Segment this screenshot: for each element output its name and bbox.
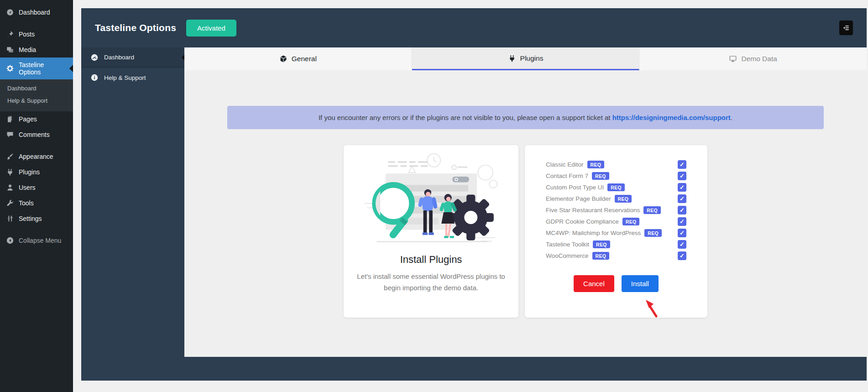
tasteline-submenu: Dashboard Help & Support (0, 79, 73, 111)
panel-sidebar-item-label: Dashboard (104, 54, 134, 61)
panel-collapse-button[interactable] (839, 21, 853, 35)
panel-sidebar-item-dashboard[interactable]: Dashboard (81, 47, 184, 68)
plugin-row: Elementor Page BuilderREQ ✓ (546, 193, 686, 204)
panel-sidebar-item-help-support[interactable]: Help & Support (81, 68, 184, 88)
support-link[interactable]: https://designingmedia.com/support (612, 114, 731, 121)
notice-text-end: . (731, 114, 732, 121)
sidebar-item-users[interactable]: Users (0, 180, 73, 195)
check-icon: ✓ (680, 162, 685, 167)
plugin-name: Contact Form 7 (546, 172, 588, 179)
sidebar-item-label: Collapse Menu (19, 237, 61, 244)
install-info-card: Install Plugins Let's install some essen… (344, 145, 518, 318)
media-icon (6, 46, 14, 54)
plugin-name: Tasteline Toolkit (546, 241, 589, 248)
sidebar-item-tools[interactable]: Tools (0, 195, 73, 211)
tab-label: Plugins (520, 54, 544, 63)
plugin-checkbox[interactable]: ✓ (678, 172, 686, 180)
sidebar-item-label: Plugins (19, 168, 40, 176)
required-badge: REQ (592, 252, 610, 260)
plugin-list-card: Classic EditorREQ ✓ Contact Form 7REQ ✓ … (525, 145, 707, 318)
plugin-checkbox[interactable]: ✓ (678, 229, 686, 237)
gauge-icon (90, 53, 99, 62)
user-icon (6, 183, 14, 192)
cube-icon (279, 55, 288, 63)
plugin-row: Tasteline ToolkitREQ ✓ (546, 239, 686, 250)
plugin-row: Classic EditorREQ ✓ (546, 159, 686, 170)
sidebar-item-label: Media (19, 46, 36, 53)
tasteline-options-panel: Tasteline Options Activated Dashboard He… (81, 8, 867, 381)
tab-label: General (292, 55, 317, 63)
page-title: Tasteline Options (95, 22, 176, 33)
plugin-name: Custom Post Type UI (546, 184, 604, 191)
sidebar-item-label: Tasteline Options (19, 61, 67, 76)
check-icon: ✓ (680, 207, 685, 213)
submenu-item-help-support[interactable]: Help & Support (0, 94, 73, 107)
sidebar-item-dashboard[interactable]: Dashboard (0, 5, 73, 20)
plugin-checkbox[interactable]: ✓ (678, 183, 686, 192)
plugin-checkbox[interactable]: ✓ (678, 160, 686, 169)
panel-sidebar: Dashboard Help & Support (81, 47, 184, 381)
required-badge: REQ (644, 229, 662, 237)
plugin-row: Custom Post Type UIREQ ✓ (546, 182, 686, 193)
sidebar-item-label: Comments (19, 131, 50, 138)
sidebar-item-settings[interactable]: Settings (0, 211, 73, 226)
required-badge: REQ (587, 161, 605, 168)
sidebar-item-plugins[interactable]: Plugins (0, 164, 73, 180)
tab-demo-data[interactable]: Demo Data (639, 47, 867, 70)
cancel-button[interactable]: Cancel (574, 275, 614, 292)
plugin-checkbox[interactable]: ✓ (678, 194, 686, 203)
plugin-name: Classic Editor (546, 161, 584, 168)
tab-plugins[interactable]: Plugins (412, 47, 640, 70)
plugin-name: Five Star Restaurant Reservations (546, 207, 640, 214)
plugin-name: MC4WP: Mailchimp for WordPress (546, 230, 641, 236)
sidebar-item-appearance[interactable]: Appearance (0, 149, 73, 164)
plugins-illustration (360, 152, 502, 248)
sidebar-item-label: Settings (19, 215, 42, 222)
plugin-name: GDPR Cookie Compliance (546, 218, 619, 225)
sidebar-item-posts[interactable]: Posts (0, 26, 73, 42)
plugin-row: MC4WP: Mailchimp for WordPressREQ ✓ (546, 227, 686, 239)
outdent-lines-icon (842, 24, 850, 32)
wp-admin-sidebar: Dashboard Posts Media Tasteline Options … (0, 0, 73, 392)
sidebar-item-media[interactable]: Media (0, 42, 73, 57)
sliders-icon (6, 214, 14, 223)
check-icon: ✓ (680, 253, 685, 259)
tab-general[interactable]: General (184, 47, 412, 70)
plugin-row: Five Star Restaurant ReservationsREQ ✓ (546, 204, 686, 216)
required-badge: REQ (643, 206, 661, 214)
plug-icon (508, 54, 516, 63)
install-card-description: Let's install some essential WordPress p… (356, 271, 506, 294)
check-icon: ✓ (680, 230, 685, 236)
sidebar-item-label: Pages (19, 115, 37, 123)
sidebar-item-label: Dashboard (19, 9, 50, 16)
monitor-icon (729, 55, 737, 63)
tab-bar: General Plugins Demo Data (184, 47, 867, 70)
check-icon: ✓ (680, 219, 685, 225)
plugin-row: Contact Form 7REQ ✓ (546, 170, 686, 182)
check-icon: ✓ (680, 184, 685, 190)
plugin-checkbox[interactable]: ✓ (678, 217, 686, 226)
install-button[interactable]: Install (622, 275, 659, 292)
tab-label: Demo Data (741, 55, 777, 63)
sidebar-item-collapse-menu[interactable]: Collapse Menu (0, 233, 73, 248)
collapse-arrow-icon (6, 236, 14, 245)
info-icon (90, 73, 99, 82)
annotation-arrow-icon (644, 299, 660, 318)
sidebar-item-pages[interactable]: Pages (0, 111, 73, 127)
plugin-checkbox[interactable]: ✓ (678, 206, 686, 214)
activated-button[interactable]: Activated (186, 20, 236, 37)
plugin-row: WooCommerceREQ ✓ (546, 250, 686, 261)
panel-header: Tasteline Options Activated (81, 8, 867, 47)
plugin-row: GDPR Cookie ComplianceREQ ✓ (546, 216, 686, 227)
plugin-checkbox[interactable]: ✓ (678, 240, 686, 249)
sidebar-item-label: Appearance (19, 153, 53, 160)
plugin-checkbox[interactable]: ✓ (678, 251, 686, 260)
pages-icon (6, 115, 14, 123)
required-badge: REQ (615, 195, 632, 203)
panel-content: General Plugins Demo Data (184, 47, 867, 357)
sidebar-item-tasteline-options[interactable]: Tasteline Options (0, 57, 73, 79)
panel-sidebar-item-label: Help & Support (104, 74, 146, 81)
submenu-item-dashboard[interactable]: Dashboard (0, 82, 73, 94)
sidebar-item-comments[interactable]: Comments (0, 127, 73, 142)
notice-text: If you encounter any errors or if the pl… (319, 114, 612, 121)
